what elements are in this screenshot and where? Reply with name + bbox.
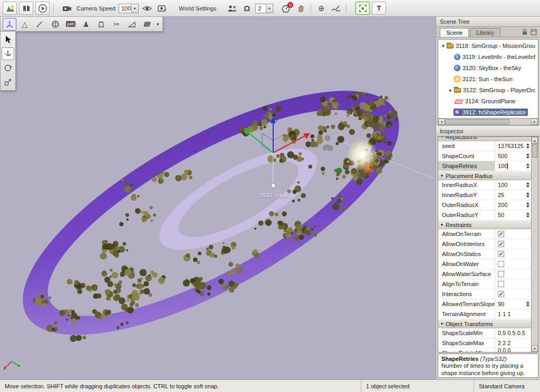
world-sphere-tool-button[interactable] <box>49 18 62 31</box>
scene-tree-hscrollbar[interactable]: ◂ ▸ <box>438 118 538 125</box>
visibility-eye-icon[interactable] <box>141 2 153 15</box>
ramp-tool-button[interactable] <box>125 18 139 31</box>
value-spinner[interactable] <box>525 301 531 307</box>
scissors-tool-button[interactable]: ✂ <box>110 18 123 31</box>
snap-bounds-button[interactable] <box>355 2 370 15</box>
pawn-tool-button[interactable]: ♟ <box>79 18 93 31</box>
emitter-marker-icon[interactable] <box>364 164 373 172</box>
value-spinner[interactable] <box>525 182 531 188</box>
camera-mode[interactable]: Standard Camera <box>474 380 540 392</box>
render-capture-icon[interactable] <box>156 2 168 15</box>
expand-arrow-icon[interactable]: ▾ <box>440 43 446 48</box>
checkbox-Interactions[interactable] <box>498 291 504 297</box>
value-input[interactable]: 13763125 <box>498 143 525 149</box>
viewport-3d[interactable]: x z 3912: (null) △ <box>0 17 436 379</box>
checkbox-AllowOnWater[interactable] <box>498 261 504 267</box>
vscroll-thumb[interactable] <box>532 144 537 158</box>
hscroll-thumb[interactable] <box>445 119 509 124</box>
camera-speed-input[interactable]: 100 ▸ <box>119 4 139 13</box>
value-input[interactable]: 200 <box>498 202 525 208</box>
panel-options-icon[interactable] <box>529 28 537 36</box>
field-label: ShapeScaleMin <box>438 328 495 338</box>
field-value: 500 <box>495 151 531 161</box>
select-tool-button[interactable] <box>2 33 14 46</box>
inspector-section-replications[interactable]: ▾Replications <box>438 137 531 141</box>
checkbox-AllowOnStatics[interactable] <box>498 251 504 257</box>
camera-speed-arrow-icon[interactable]: ▸ <box>131 4 138 13</box>
inspector-section-object-transforms[interactable]: ▾Object Transforms <box>438 319 531 328</box>
value-spinner[interactable] <box>525 212 531 218</box>
toolbar-separator <box>53 3 54 14</box>
profiler-speedometer-icon[interactable]: 0 <box>279 2 292 15</box>
hand-tool-icon[interactable] <box>294 2 307 15</box>
value-input[interactable]: 500 <box>498 153 525 159</box>
world-settings-button[interactable]: World Settings <box>178 5 217 12</box>
zoom-add-icon[interactable]: ⊕ <box>315 2 327 15</box>
scene-tree-item[interactable]: 3121: Sun - theSun <box>439 73 537 84</box>
value-spinner[interactable] <box>525 202 531 208</box>
scene-tree-item[interactable]: 3119: LevelInfo - theLevelInfo <box>439 51 537 62</box>
skybox-icon <box>454 65 460 71</box>
terrain-pencil-icon[interactable] <box>330 2 342 15</box>
tab-library[interactable]: Library <box>470 28 500 37</box>
toolbar-overflow-arrow[interactable]: ▾ <box>156 22 160 27</box>
value-input[interactable]: 100 <box>498 163 507 169</box>
terrain-editor-tool-button[interactable]: △ <box>18 18 32 31</box>
value-input[interactable]: 50 <box>498 212 525 218</box>
play-button[interactable] <box>35 2 50 15</box>
object-origin-handle[interactable] <box>271 183 275 188</box>
tab-scene[interactable]: Scene <box>440 28 469 37</box>
value-input[interactable]: 0 0 0 <box>498 348 531 352</box>
field-value <box>495 279 531 289</box>
player-count-arrow-icon[interactable]: ▸ <box>266 4 273 13</box>
hscroll-track[interactable] <box>509 119 531 125</box>
scene-tree-item[interactable]: ▸3122: SimGroup - PlayerDropP <box>439 84 537 95</box>
scene-tree-item[interactable]: 3124: GroundPlane <box>439 95 537 106</box>
value-input[interactable]: 25 <box>498 192 525 198</box>
scene-tree-item[interactable]: 3120: SkyBox - theSky <box>439 62 537 73</box>
rotate-tool-button[interactable] <box>2 62 14 74</box>
scroll-up-button[interactable]: ▴ <box>532 137 538 144</box>
value-input[interactable]: 0.5 0.5 0.5 <box>498 330 531 336</box>
scroll-left-button[interactable]: ◂ <box>438 119 445 125</box>
inspector-section-placement-radius[interactable]: ▾Placement Radius <box>438 171 531 180</box>
object-editor-tool-button[interactable] <box>3 18 16 31</box>
inspector-section-restraints[interactable]: ▾Restraints <box>438 220 531 229</box>
checkbox-AllowOnTerrain[interactable] <box>498 231 504 237</box>
world-editor-scene-button[interactable] <box>3 2 17 15</box>
players-icon[interactable] <box>226 2 238 15</box>
cursor-icon <box>4 35 12 44</box>
info-icon <box>454 54 460 60</box>
checkbox-AllowOnInteriors[interactable] <box>498 241 504 247</box>
vscroll-track[interactable] <box>532 158 538 345</box>
move-tool-button[interactable] <box>2 47 14 60</box>
value-input[interactable]: 90 <box>498 301 525 307</box>
window-layout-button[interactable] <box>19 2 33 15</box>
headset-icon[interactable]: Ω <box>240 2 253 15</box>
selection-count: 1 object selected <box>361 380 474 392</box>
scroll-down-button[interactable]: ▾ <box>532 345 538 352</box>
checkbox-AlignToTerrain[interactable] <box>498 281 504 287</box>
terrain-paint-tool-button[interactable] <box>33 18 47 31</box>
path-tool-button[interactable]: path <box>64 18 78 31</box>
inspector-vscrollbar[interactable]: ▴ ▾ <box>531 137 538 352</box>
value-input[interactable]: 2 2 2 <box>498 340 531 346</box>
text-tool-button[interactable]: T <box>372 2 386 15</box>
value-input[interactable]: 1 1 1 <box>498 311 531 317</box>
shape-tool-button[interactable] <box>94 18 108 31</box>
scene-tree-item[interactable]: ▾3118: SimGroup - MissionGroup <box>439 40 537 51</box>
scale-tool-button[interactable] <box>2 76 14 89</box>
expand-arrow-icon[interactable]: ▸ <box>448 87 454 93</box>
eraser-tool-button[interactable] <box>140 18 154 31</box>
checkbox-AllowWaterSurface[interactable] <box>498 271 504 277</box>
scene-tree-item[interactable]: 3912: fxShapeReplicator <box>439 106 537 117</box>
lock-icon[interactable] <box>520 28 528 36</box>
value-spinner[interactable] <box>525 163 531 169</box>
value-spinner[interactable] <box>525 143 531 149</box>
value-spinner[interactable] <box>525 192 531 198</box>
value-spinner[interactable] <box>525 153 531 159</box>
player-count-input[interactable]: 2 ▸ <box>255 4 273 13</box>
scroll-right-button[interactable]: ▸ <box>531 119 538 125</box>
value-input[interactable]: 100 <box>498 182 525 188</box>
sphere-marker-icon[interactable] <box>336 168 342 173</box>
